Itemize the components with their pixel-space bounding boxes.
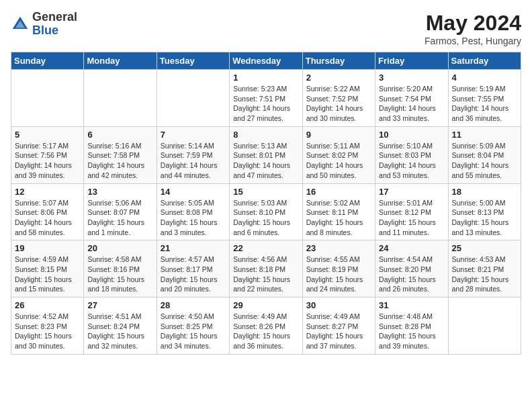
day-number: 24 <box>379 243 444 253</box>
day-number: 26 <box>15 300 80 310</box>
day-number: 8 <box>233 130 298 140</box>
calendar-cell: 21Sunrise: 4:57 AMSunset: 8:17 PMDayligh… <box>157 240 229 298</box>
day-info: Sunrise: 4:52 AMSunset: 8:23 PMDaylight:… <box>15 312 80 351</box>
day-info: Sunrise: 5:22 AMSunset: 7:52 PMDaylight:… <box>306 84 371 124</box>
weekday-header-wednesday: Wednesday <box>230 52 302 70</box>
day-info: Sunrise: 5:05 AMSunset: 8:08 PMDaylight:… <box>161 198 226 238</box>
day-info: Sunrise: 5:19 AMSunset: 7:55 PMDaylight:… <box>452 84 517 124</box>
day-info: Sunrise: 5:14 AMSunset: 7:59 PMDaylight:… <box>161 141 226 181</box>
day-number: 12 <box>15 187 80 197</box>
calendar-cell: 19Sunrise: 4:59 AMSunset: 8:15 PMDayligh… <box>11 240 84 298</box>
calendar-cell: 1Sunrise: 5:23 AMSunset: 7:51 PMDaylight… <box>230 70 302 127</box>
calendar-cell: 5Sunrise: 5:17 AMSunset: 7:56 PMDaylight… <box>11 126 84 183</box>
calendar-cell <box>11 70 84 127</box>
day-number: 16 <box>306 187 371 197</box>
day-info: Sunrise: 5:10 AMSunset: 8:03 PMDaylight:… <box>379 141 444 181</box>
calendar-cell: 7Sunrise: 5:14 AMSunset: 7:59 PMDaylight… <box>157 126 229 183</box>
day-info: Sunrise: 4:55 AMSunset: 8:19 PMDaylight:… <box>306 255 371 294</box>
logo-blue: Blue <box>32 24 77 38</box>
day-info: Sunrise: 4:53 AMSunset: 8:21 PMDaylight:… <box>452 255 517 294</box>
calendar-cell: 17Sunrise: 5:01 AMSunset: 8:12 PMDayligh… <box>375 183 448 240</box>
title-block: May 2024 Farmos, Pest, Hungary <box>425 11 521 46</box>
header-section: General Blue May 2024 Farmos, Pest, Hung… <box>11 11 521 46</box>
day-info: Sunrise: 4:48 AMSunset: 8:28 PMDaylight:… <box>379 312 444 351</box>
calendar-cell: 15Sunrise: 5:03 AMSunset: 8:10 PMDayligh… <box>230 183 302 240</box>
day-number: 9 <box>306 130 371 140</box>
day-number: 3 <box>379 73 444 83</box>
day-info: Sunrise: 4:56 AMSunset: 8:18 PMDaylight:… <box>233 255 298 294</box>
calendar-cell: 27Sunrise: 4:51 AMSunset: 8:24 PMDayligh… <box>84 298 157 355</box>
day-number: 15 <box>233 187 298 197</box>
weekday-header-tuesday: Tuesday <box>157 52 229 70</box>
calendar-cell: 29Sunrise: 4:49 AMSunset: 8:26 PMDayligh… <box>230 298 302 355</box>
calendar-cell: 6Sunrise: 5:16 AMSunset: 7:58 PMDaylight… <box>84 126 157 183</box>
day-number: 5 <box>15 130 80 140</box>
day-number: 2 <box>306 73 371 83</box>
day-number: 31 <box>379 300 444 310</box>
calendar-cell: 30Sunrise: 4:49 AMSunset: 8:27 PMDayligh… <box>302 298 375 355</box>
calendar-cell: 28Sunrise: 4:50 AMSunset: 8:25 PMDayligh… <box>157 298 229 355</box>
day-info: Sunrise: 5:23 AMSunset: 7:51 PMDaylight:… <box>233 84 298 124</box>
day-info: Sunrise: 5:11 AMSunset: 8:02 PMDaylight:… <box>306 141 371 181</box>
calendar-cell: 4Sunrise: 5:19 AMSunset: 7:55 PMDaylight… <box>448 70 521 127</box>
day-number: 19 <box>15 243 80 253</box>
day-info: Sunrise: 5:07 AMSunset: 8:06 PMDaylight:… <box>15 198 80 238</box>
day-info: Sunrise: 5:20 AMSunset: 7:54 PMDaylight:… <box>379 84 444 124</box>
main-title: May 2024 <box>425 11 521 36</box>
calendar-cell: 26Sunrise: 4:52 AMSunset: 8:23 PMDayligh… <box>11 298 84 355</box>
calendar-cell: 2Sunrise: 5:22 AMSunset: 7:52 PMDaylight… <box>302 70 375 127</box>
weekday-header-friday: Friday <box>375 52 448 70</box>
day-number: 20 <box>87 243 152 253</box>
day-number: 28 <box>161 300 226 310</box>
day-info: Sunrise: 5:17 AMSunset: 7:56 PMDaylight:… <box>15 141 80 181</box>
logo-general: General <box>32 11 77 24</box>
calendar-cell: 8Sunrise: 5:13 AMSunset: 8:01 PMDaylight… <box>230 126 302 183</box>
day-number: 18 <box>452 187 517 197</box>
logo: General Blue <box>11 11 77 38</box>
day-info: Sunrise: 4:50 AMSunset: 8:25 PMDaylight:… <box>161 312 226 351</box>
calendar-cell: 23Sunrise: 4:55 AMSunset: 8:19 PMDayligh… <box>302 240 375 298</box>
day-info: Sunrise: 5:13 AMSunset: 8:01 PMDaylight:… <box>233 141 298 181</box>
day-info: Sunrise: 5:09 AMSunset: 8:04 PMDaylight:… <box>452 141 517 181</box>
day-info: Sunrise: 5:00 AMSunset: 8:13 PMDaylight:… <box>452 198 517 238</box>
weekday-header-thursday: Thursday <box>302 52 375 70</box>
day-info: Sunrise: 4:54 AMSunset: 8:20 PMDaylight:… <box>379 255 444 294</box>
day-info: Sunrise: 5:16 AMSunset: 7:58 PMDaylight:… <box>87 141 152 181</box>
calendar-cell: 25Sunrise: 4:53 AMSunset: 8:21 PMDayligh… <box>448 240 521 298</box>
day-info: Sunrise: 4:58 AMSunset: 8:16 PMDaylight:… <box>87 255 152 294</box>
day-number: 14 <box>161 187 226 197</box>
weekday-header-monday: Monday <box>84 52 157 70</box>
calendar-cell <box>157 70 229 127</box>
day-info: Sunrise: 4:57 AMSunset: 8:17 PMDaylight:… <box>161 255 226 294</box>
day-number: 25 <box>452 243 517 253</box>
subtitle: Farmos, Pest, Hungary <box>425 36 521 46</box>
calendar-cell: 31Sunrise: 4:48 AMSunset: 8:28 PMDayligh… <box>375 298 448 355</box>
calendar-cell <box>84 70 157 127</box>
calendar-cell: 9Sunrise: 5:11 AMSunset: 8:02 PMDaylight… <box>302 126 375 183</box>
day-info: Sunrise: 5:01 AMSunset: 8:12 PMDaylight:… <box>379 198 444 238</box>
day-number: 22 <box>233 243 298 253</box>
day-number: 13 <box>87 187 152 197</box>
calendar-cell: 13Sunrise: 5:06 AMSunset: 8:07 PMDayligh… <box>84 183 157 240</box>
day-number: 29 <box>233 300 298 310</box>
day-info: Sunrise: 5:03 AMSunset: 8:10 PMDaylight:… <box>233 198 298 238</box>
day-info: Sunrise: 5:02 AMSunset: 8:11 PMDaylight:… <box>306 198 371 238</box>
calendar-cell <box>448 298 521 355</box>
day-number: 1 <box>233 73 298 83</box>
day-info: Sunrise: 4:49 AMSunset: 8:27 PMDaylight:… <box>306 312 371 351</box>
calendar-cell: 24Sunrise: 4:54 AMSunset: 8:20 PMDayligh… <box>375 240 448 298</box>
day-number: 7 <box>161 130 226 140</box>
day-number: 27 <box>87 300 152 310</box>
calendar-cell: 12Sunrise: 5:07 AMSunset: 8:06 PMDayligh… <box>11 183 84 240</box>
day-info: Sunrise: 4:51 AMSunset: 8:24 PMDaylight:… <box>87 312 152 351</box>
calendar-cell: 16Sunrise: 5:02 AMSunset: 8:11 PMDayligh… <box>302 183 375 240</box>
calendar-cell: 10Sunrise: 5:10 AMSunset: 8:03 PMDayligh… <box>375 126 448 183</box>
calendar-cell: 3Sunrise: 5:20 AMSunset: 7:54 PMDaylight… <box>375 70 448 127</box>
calendar-cell: 14Sunrise: 5:05 AMSunset: 8:08 PMDayligh… <box>157 183 229 240</box>
logo-icon <box>11 15 30 34</box>
day-info: Sunrise: 4:49 AMSunset: 8:26 PMDaylight:… <box>233 312 298 351</box>
calendar-cell: 18Sunrise: 5:00 AMSunset: 8:13 PMDayligh… <box>448 183 521 240</box>
calendar-cell: 22Sunrise: 4:56 AMSunset: 8:18 PMDayligh… <box>230 240 302 298</box>
day-number: 30 <box>306 300 371 310</box>
day-number: 6 <box>87 130 152 140</box>
